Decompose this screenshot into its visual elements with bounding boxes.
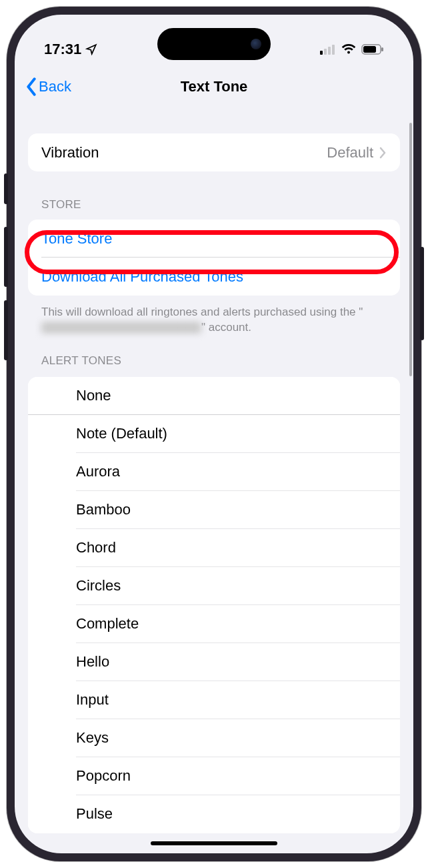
- tone-label: Note (Default): [76, 425, 167, 442]
- nav-bar: Back Text Tone: [15, 68, 413, 105]
- phone-frame: 17:31 Back Text Tone Vibration De: [7, 7, 421, 861]
- home-indicator[interactable]: [151, 841, 277, 845]
- clock: 17:31: [44, 41, 81, 58]
- download-all-row[interactable]: Download All Purchased Tones: [28, 258, 400, 296]
- tone-label: Bamboo: [76, 501, 131, 518]
- tone-row[interactable]: Complete: [28, 605, 400, 643]
- tone-row[interactable]: Popcorn: [28, 757, 400, 795]
- store-header: Store: [41, 198, 400, 211]
- svg-rect-0: [320, 51, 323, 55]
- side-switch: [4, 173, 8, 204]
- volume-down: [4, 300, 8, 360]
- alert-tones-header: Alert Tones: [41, 354, 400, 368]
- scrollbar[interactable]: [409, 123, 412, 376]
- dynamic-island: [157, 28, 271, 60]
- vibration-value: Default: [327, 144, 373, 161]
- vibration-group: Vibration Default: [28, 133, 400, 171]
- tone-row[interactable]: Aurora: [28, 453, 400, 491]
- volume-up: [4, 227, 8, 287]
- tone-store-row[interactable]: Tone Store: [28, 220, 400, 258]
- store-footer-prefix: This will download all ringtones and ale…: [41, 306, 363, 318]
- tone-row[interactable]: Input: [28, 681, 400, 719]
- download-all-label: Download All Purchased Tones: [41, 268, 243, 286]
- tone-label: Keys: [76, 729, 109, 747]
- tone-row[interactable]: Chord: [28, 529, 400, 567]
- tone-row[interactable]: Pulse: [28, 795, 400, 833]
- svg-rect-2: [328, 47, 331, 55]
- back-label: Back: [39, 78, 71, 95]
- power-button: [420, 247, 424, 340]
- location-icon: [85, 43, 97, 55]
- vibration-row[interactable]: Vibration Default: [28, 133, 400, 171]
- tone-label: Chord: [76, 539, 116, 556]
- tone-row[interactable]: Note (Default): [28, 415, 400, 453]
- content[interactable]: Vibration Default Store Tone Store Downl…: [15, 105, 413, 853]
- vibration-label: Vibration: [41, 144, 99, 161]
- tone-store-label: Tone Store: [41, 230, 112, 248]
- battery-icon: [361, 44, 384, 55]
- cellular-icon: [320, 44, 336, 55]
- tone-label: Complete: [76, 615, 139, 632]
- tone-label: Pulse: [76, 805, 113, 823]
- store-group: Tone Store Download All Purchased Tones: [28, 220, 400, 296]
- alert-tones-group: None Note (Default) Aurora Bamboo Chord …: [28, 377, 400, 833]
- svg-rect-1: [324, 49, 327, 55]
- store-footer: This will download all ringtones and ale…: [41, 305, 387, 336]
- tone-label: None: [76, 387, 111, 404]
- tone-label: Hello: [76, 653, 109, 671]
- page-title: Text Tone: [181, 78, 248, 95]
- screen: 17:31 Back Text Tone Vibration De: [15, 15, 413, 853]
- tone-label: Popcorn: [76, 767, 131, 785]
- tone-row[interactable]: None: [28, 377, 400, 415]
- chevron-right-icon: [379, 147, 387, 159]
- front-camera: [251, 39, 261, 49]
- wifi-icon: [341, 44, 356, 55]
- account-redacted: [41, 322, 201, 334]
- svg-rect-6: [381, 47, 383, 51]
- tone-row[interactable]: Keys: [28, 719, 400, 757]
- tone-label: Input: [76, 691, 109, 709]
- chevron-left-icon: [25, 77, 37, 96]
- tone-row[interactable]: Bamboo: [28, 491, 400, 529]
- svg-rect-5: [363, 46, 376, 53]
- svg-rect-3: [332, 45, 335, 55]
- store-footer-suffix: " account.: [201, 321, 251, 334]
- tone-label: Circles: [76, 577, 121, 594]
- tone-row[interactable]: Hello: [28, 643, 400, 681]
- back-button[interactable]: Back: [20, 75, 77, 99]
- tone-row[interactable]: Circles: [28, 567, 400, 605]
- tone-label: Aurora: [76, 463, 120, 480]
